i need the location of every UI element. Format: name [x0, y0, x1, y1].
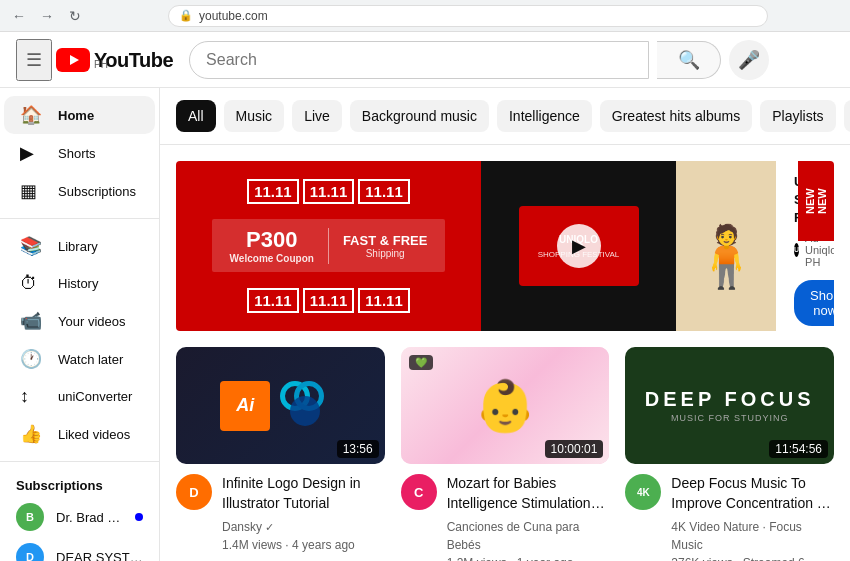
video-thumb-1: Ai 13:56 [176, 347, 385, 464]
library-icon: 📚 [20, 235, 42, 257]
video-details-3: Deep Focus Music To Improve Concentratio… [671, 474, 834, 561]
youtube-logo[interactable]: YouTube PH [56, 48, 173, 72]
subscriptions-icon: ▦ [20, 180, 42, 202]
liked-icon: 👍 [20, 423, 42, 445]
chip-playlists[interactable]: Playlists [760, 100, 835, 132]
sidebar-divider-1 [0, 218, 159, 219]
subscriptions-title: Subscriptions [0, 470, 159, 497]
header: ☰ YouTube PH 🔍 🎤 [0, 32, 850, 88]
forward-button[interactable]: → [36, 5, 58, 27]
video-card-1[interactable]: Ai 13:56 D [176, 347, 385, 561]
coupon-divider [328, 228, 329, 264]
history-icon: ⏱ [20, 273, 42, 294]
fast-free-text: FAST & FREE [343, 233, 428, 248]
video-title-2: Mozart for Babies Intelligence Stimulati… [447, 474, 610, 513]
sub-name-brad: Dr. Brad Klontz [56, 510, 123, 525]
back-button[interactable]: ← [8, 5, 30, 27]
ad-middle-panel[interactable]: UNIQLO SHOPPING FESTIVAL ▶ [481, 161, 676, 331]
sidebar-item-shorts[interactable]: ▶ Shorts [4, 134, 155, 172]
sidebar-item-liked[interactable]: 👍 Liked videos [4, 415, 155, 453]
duration-badge-2: 10:00:01 [545, 440, 604, 458]
video-meta-2: Canciones de Cuna para Bebés 1.2M views … [447, 518, 610, 561]
chip-greatest-hits[interactable]: Greatest hits albums [600, 100, 752, 132]
sidebar-your-videos-label: Your videos [58, 314, 125, 329]
shorts-icon: ▶ [20, 142, 42, 164]
logo-area: ☰ YouTube PH [16, 39, 173, 81]
browser-chrome: ← → ↻ 🔒 youtube.com [0, 0, 850, 32]
duration-badge-3: 11:54:56 [769, 440, 828, 458]
main-layout: 🏠 Home ▶ Shorts ▦ Subscriptions 📚 Librar… [0, 88, 850, 561]
chip-live[interactable]: Live [292, 100, 342, 132]
sidebar-item-history[interactable]: ⏱ History [4, 265, 155, 302]
home-icon: 🏠 [20, 104, 42, 126]
music-for-studying-text: MUSIC FOR STUDYING [671, 413, 789, 423]
coupon-area: P300 Welcome Coupon FAST & FREE Shipping [212, 219, 446, 272]
video-card-2[interactable]: 👶 💚 10:00:01 C Mozart for Babies Intelli… [401, 347, 610, 561]
chip-all[interactable]: All [176, 100, 216, 132]
fast-free-area: FAST & FREE Shipping [343, 233, 428, 259]
sub-name-dear: DEAR SYSTEMS [56, 550, 143, 562]
shop-now-button[interactable]: Shop now [794, 280, 834, 326]
ad-left-panel: 11.11 11.11 11.11 P300 Welcome Coupon [176, 161, 481, 331]
sub-dot-brad [135, 513, 143, 521]
uniqlo-person-image: 🧍 [676, 161, 776, 331]
video-details-1: Infinite Logo Design in Illustrator Tuto… [222, 474, 385, 553]
refresh-button[interactable]: ↻ [64, 5, 86, 27]
video-title-1: Infinite Logo Design in Illustrator Tuto… [222, 474, 385, 513]
sub-item-dear[interactable]: D DEAR SYSTEMS [0, 537, 159, 561]
youtube-logo-country: PH [94, 60, 173, 70]
welcome-coupon-text: Welcome Coupon [230, 253, 314, 264]
sidebar-uniconverter-label: uniConverter [58, 389, 132, 404]
eleven-badge-1: 11.11 [247, 179, 299, 204]
sidebar-home-label: Home [58, 108, 94, 123]
ad-banner: 11.11 11.11 11.11 P300 Welcome Coupon [176, 161, 834, 331]
address-bar[interactable]: 🔒 youtube.com [168, 5, 768, 27]
sidebar-item-your-videos[interactable]: 📹 Your videos [4, 302, 155, 340]
hamburger-button[interactable]: ☰ [16, 39, 52, 81]
video-thumb-2: 👶 💚 10:00:01 [401, 347, 610, 464]
sidebar-item-watch-later[interactable]: 🕐 Watch later [4, 340, 155, 378]
new-badge: NEWNEW [798, 161, 834, 241]
saved-badge-2: 💚 [409, 355, 433, 370]
mic-icon: 🎤 [738, 49, 760, 71]
url-text: youtube.com [199, 9, 268, 23]
sidebar-item-home[interactable]: 🏠 Home [4, 96, 155, 134]
sub-avatar-dear: D [16, 543, 44, 561]
sub-item-brad[interactable]: B Dr. Brad Klontz [0, 497, 159, 537]
sidebar-watch-later-label: Watch later [58, 352, 123, 367]
eleven-bottom-row: 11.11 11.11 11.11 [247, 288, 410, 313]
search-button[interactable]: 🔍 [657, 41, 721, 79]
sidebar-item-library[interactable]: 📚 Library [4, 227, 155, 265]
search-input[interactable] [189, 41, 649, 79]
p300-area: P300 Welcome Coupon [230, 227, 314, 264]
sidebar-item-subscriptions[interactable]: ▦ Subscriptions [4, 172, 155, 210]
verified-icon-1: ✓ [265, 521, 274, 533]
duration-badge-1: 13:56 [337, 440, 379, 458]
mic-button[interactable]: 🎤 [729, 40, 769, 80]
video-info-1: D Infinite Logo Design in Illustrator Tu… [176, 464, 385, 553]
chip-intelligence[interactable]: Intelligence [497, 100, 592, 132]
sidebar-shorts-label: Shorts [58, 146, 96, 161]
channel-avatar-1: D [176, 474, 212, 510]
content-area: All Music Live Background music Intellig… [160, 88, 850, 561]
channel-name-2: Canciones de Cuna para Bebés [447, 520, 580, 552]
video-title-3: Deep Focus Music To Improve Concentratio… [671, 474, 834, 513]
ai-icon: Ai [220, 381, 270, 431]
sidebar-liked-label: Liked videos [58, 427, 130, 442]
views-1: 1.4M views [222, 538, 282, 552]
video-details-2: Mozart for Babies Intelligence Stimulati… [447, 474, 610, 561]
lock-icon: 🔒 [179, 9, 193, 22]
sidebar-item-uniconverter[interactable]: ↕ uniConverter [4, 378, 155, 415]
eleven-badge-5: 11.11 [303, 288, 355, 313]
age-2: 1 year ago [517, 556, 574, 561]
sub-avatar-brad: B [16, 503, 44, 531]
person-figure: 🧍 [689, 221, 764, 292]
play-button-overlay[interactable]: ▶ [557, 224, 601, 268]
chip-background-music[interactable]: Background music [350, 100, 489, 132]
chip-music[interactable]: Music [224, 100, 285, 132]
channel-avatar-2: C [401, 474, 437, 510]
sidebar-divider-2 [0, 461, 159, 462]
infinity-logo [280, 376, 340, 436]
video-card-3[interactable]: DEEP FOCUS MUSIC FOR STUDYING 11:54:56 4… [625, 347, 834, 561]
chip-graphic-design[interactable]: Graphic design [844, 100, 850, 132]
